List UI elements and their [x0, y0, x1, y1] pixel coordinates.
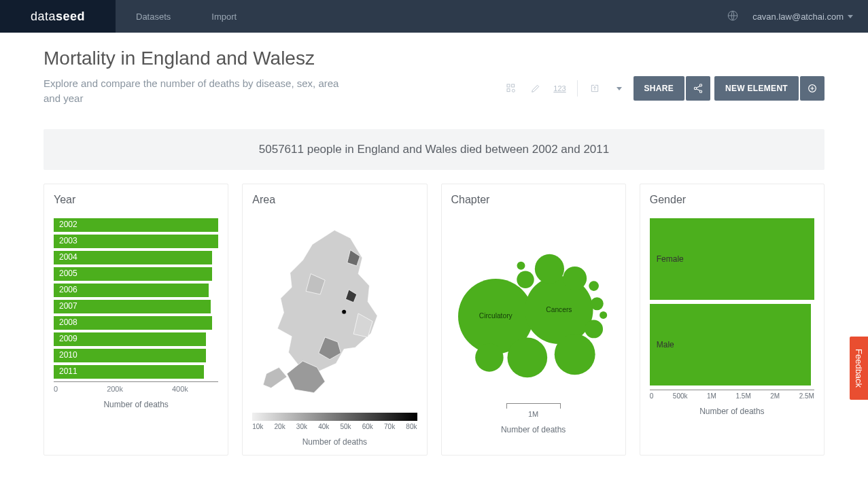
caret-down-icon [848, 15, 853, 18]
map-legend-ticks: 10k 20k 30k 40k 50k 60k 70k 80k [252, 423, 417, 430]
gender-bars[interactable]: FemaleMale [650, 218, 814, 385]
topbar: dataseed Datasets Import cavan.law@atcha… [0, 0, 868, 33]
tick: 500k [673, 392, 688, 400]
tick: 30k [296, 423, 307, 430]
tick: 200k [107, 385, 123, 393]
user-menu[interactable]: cavan.law@atchai.com [752, 12, 853, 22]
year-bars[interactable]: 2002200320042005200620072008200920102011 [54, 218, 218, 379]
user-email: cavan.law@atchai.com [752, 12, 844, 22]
tick: 1M [707, 392, 716, 400]
svg-point-21 [590, 297, 603, 310]
tick: 10k [252, 423, 263, 430]
new-element-button-group: NEW ELEMENT [714, 76, 824, 101]
panel-gender: Gender FemaleMale 0 500k 1M 1.5M 2M 2.5M… [640, 184, 824, 456]
svg-point-24 [600, 311, 607, 318]
top-nav: Datasets Import [136, 12, 237, 22]
panel-area: Area [242, 184, 427, 456]
globe-icon[interactable] [727, 10, 739, 24]
tick: 2.5M [799, 392, 814, 400]
year-axis-title: Number of deaths [54, 400, 218, 409]
separator [577, 80, 578, 97]
bubble-scale: 1M [451, 403, 616, 418]
gender-axis-title: Number of deaths [650, 407, 814, 416]
tick: 80k [406, 423, 417, 430]
brand-left: data [31, 10, 56, 24]
svg-rect-3 [511, 84, 514, 87]
brand-logo[interactable]: dataseed [0, 0, 116, 33]
share-network-icon[interactable] [686, 76, 710, 101]
svg-point-18 [563, 266, 587, 290]
choropleth-map[interactable] [252, 218, 417, 409]
page-subtitle: Explore and compare the number of deaths… [44, 76, 343, 106]
svg-point-9 [342, 309, 347, 314]
area-axis-title: Number of deaths [252, 437, 417, 447]
svg-point-5 [699, 84, 701, 86]
panel-chapter: Chapter CirculatoryCancers 1M Number of … [441, 184, 626, 456]
map-legend [252, 413, 417, 421]
nav-datasets[interactable]: Datasets [136, 12, 171, 22]
year-axis: 0 200k 400k [54, 381, 218, 393]
gender-axis: 0 500k 1M 1.5M 2M 2.5M [650, 390, 814, 400]
tick: 0 [650, 392, 654, 400]
svg-point-19 [585, 320, 603, 338]
share-button-group: SHARE [633, 76, 711, 101]
svg-rect-2 [507, 89, 510, 92]
page-toolbar: 123 SHARE NEW ELEMENT [501, 76, 824, 101]
feedback-tab[interactable]: Feedback [850, 337, 868, 400]
chapter-axis-title: Number of deaths [451, 425, 616, 434]
svg-point-16 [534, 254, 563, 283]
svg-point-4 [512, 89, 515, 92]
nav-import[interactable]: Import [211, 12, 237, 22]
tick: 50k [340, 423, 351, 430]
tick: 70k [384, 423, 395, 430]
pencil-icon[interactable] [525, 78, 546, 99]
tick: 60k [362, 423, 373, 430]
svg-point-14 [554, 334, 595, 375]
scale-label: 1M [528, 410, 538, 418]
panel-gender-title: Gender [650, 194, 814, 206]
brand-right: seed [56, 10, 85, 24]
svg-point-15 [507, 337, 547, 377]
summary-banner: 5057611 people in England and Wales died… [44, 129, 824, 170]
layout-settings-icon[interactable] [501, 78, 521, 99]
tick: 20k [275, 423, 285, 430]
tick: 0 [54, 385, 58, 393]
export-caret-icon[interactable] [609, 78, 629, 99]
tick: 1.5M [736, 392, 751, 400]
svg-rect-1 [507, 84, 510, 87]
page-title: Mortality in England and Walesz [44, 48, 824, 69]
svg-text:Circulatory: Circulatory [479, 312, 513, 320]
plus-circle-icon[interactable] [800, 76, 824, 101]
svg-point-23 [517, 261, 525, 269]
number-format-icon[interactable]: 123 [550, 78, 570, 99]
svg-point-20 [517, 271, 534, 288]
panel-area-title: Area [252, 194, 417, 206]
new-element-button[interactable]: NEW ELEMENT [714, 76, 799, 101]
panel-year-title: Year [54, 194, 218, 206]
tick: 40k [318, 423, 329, 430]
bubble-chart[interactable]: CirculatoryCancers [451, 218, 616, 402]
panel-grid: Year 20022003200420052006200720082009201… [44, 184, 824, 456]
tick: 2M [770, 392, 780, 400]
panel-chapter-title: Chapter [451, 194, 616, 206]
svg-point-17 [475, 343, 503, 371]
svg-text:Cancers: Cancers [546, 305, 572, 313]
share-button[interactable]: SHARE [633, 76, 685, 101]
panel-year: Year 20022003200420052006200720082009201… [44, 184, 228, 456]
tick: 400k [172, 385, 188, 393]
export-icon[interactable] [585, 78, 605, 99]
svg-point-7 [699, 90, 701, 92]
svg-point-22 [589, 281, 599, 291]
